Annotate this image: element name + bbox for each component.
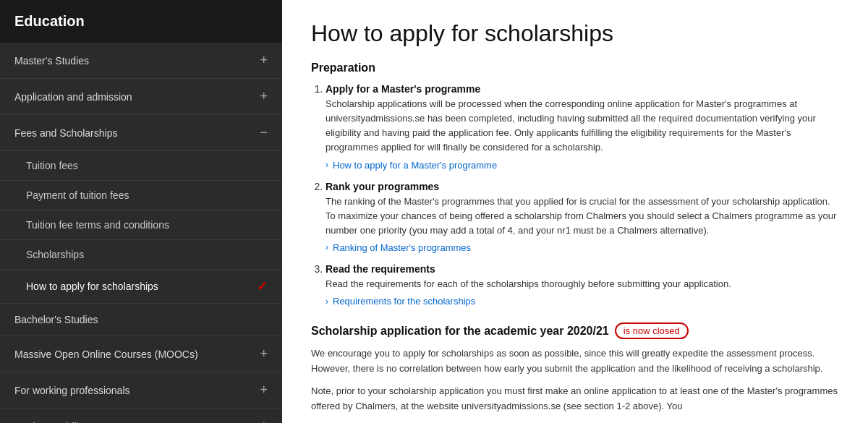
sub-item-label: Scholarships <box>26 249 84 260</box>
body-paragraph-1: We encourage you to apply for scholarshi… <box>311 346 839 377</box>
step-3: Read the requirements Read the requireme… <box>326 263 839 307</box>
step-1-title: Apply for a Master's programme <box>326 83 480 95</box>
sidebar-item-label: Fees and Scholarships <box>14 127 117 139</box>
body-paragraph-2: Note, prior to your scholarship applicat… <box>311 384 839 414</box>
step-1-link[interactable]: › How to apply for a Master's programme <box>326 160 839 171</box>
page-title: How to apply for scholarships <box>311 20 839 47</box>
expand-icon: + <box>260 89 268 104</box>
sidebar-sub-item-payment[interactable]: Payment of tuition fees <box>0 181 282 210</box>
main-content: How to apply for scholarships Preparatio… <box>282 0 868 423</box>
expand-icon: + <box>260 346 268 362</box>
sidebar-sub-item-terms[interactable]: Tuition fee terms and conditions <box>0 210 282 240</box>
sidebar-sub-item-how-to-apply[interactable]: How to apply for scholarships ✓ <box>0 270 282 304</box>
sidebar-title: Education <box>0 0 282 43</box>
sidebar-item-bachelors[interactable]: Bachelor's Studies <box>0 304 282 336</box>
scholarship-heading-text: Scholarship application for the academic… <box>311 325 609 338</box>
step-3-title: Read the requirements <box>326 263 435 275</box>
chevron-icon: › <box>326 296 328 307</box>
expand-icon: + <box>260 53 268 68</box>
step-1: Apply for a Master's programme Scholarsh… <box>326 83 839 171</box>
expand-icon: + <box>260 419 268 423</box>
step-3-link[interactable]: › Requirements for the scholarships <box>326 296 839 307</box>
sidebar-item-fees[interactable]: Fees and Scholarships − <box>0 115 282 151</box>
step-2-title: Rank your programmes <box>326 181 439 192</box>
sidebar-item-application[interactable]: Application and admission + <box>0 79 282 115</box>
sidebar-item-label: Bachelor's Studies <box>14 314 98 325</box>
expand-icon: + <box>260 383 268 398</box>
sidebar-sub-item-scholarships[interactable]: Scholarships <box>0 240 282 270</box>
step-1-link-label: How to apply for a Master's programme <box>333 160 497 171</box>
sub-item-label: How to apply for scholarships <box>26 281 158 292</box>
sidebar-item-label: Massive Open Online Courses (MOOCs) <box>14 349 198 360</box>
sub-item-label: Tuition fee terms and conditions <box>26 219 169 231</box>
checkmark-icon: ✓ <box>257 278 268 294</box>
sidebar-sub-item-tuition[interactable]: Tuition fees <box>0 151 282 181</box>
step-3-link-label: Requirements for the scholarships <box>333 296 475 307</box>
sidebar: Education Master's Studies + Application… <box>0 0 282 423</box>
chevron-icon: › <box>326 160 328 170</box>
closed-badge: is now closed <box>615 322 689 339</box>
sidebar-item-label: Application and admission <box>14 91 132 103</box>
sidebar-item-professionals[interactable]: For working professionals + <box>0 372 282 409</box>
sidebar-item-mobility[interactable]: Student Mobility + <box>0 409 282 423</box>
sidebar-item-label: Student Mobility <box>14 421 87 424</box>
step-3-body: Read the requirements for each of the sc… <box>326 277 839 291</box>
step-2: Rank your programmes The ranking of the … <box>326 181 839 253</box>
sidebar-item-label: For working professionals <box>14 385 130 396</box>
step-2-body: The ranking of the Master's programmes t… <box>326 195 839 238</box>
collapse-icon: − <box>260 125 268 140</box>
step-1-body: Scholarship applications will be process… <box>326 97 839 155</box>
sub-item-label: Payment of tuition fees <box>26 189 129 201</box>
main-body-text: We encourage you to apply for scholarshi… <box>311 346 839 414</box>
preparation-heading: Preparation <box>311 61 839 74</box>
sidebar-item-label: Master's Studies <box>14 55 89 67</box>
step-2-link-label: Ranking of Master's programmes <box>333 242 471 253</box>
sidebar-item-moocs[interactable]: Massive Open Online Courses (MOOCs) + <box>0 336 282 372</box>
steps-list: Apply for a Master's programme Scholarsh… <box>311 83 839 307</box>
sidebar-item-masters[interactable]: Master's Studies + <box>0 43 282 79</box>
scholarship-heading: Scholarship application for the academic… <box>311 322 839 339</box>
step-2-link[interactable]: › Ranking of Master's programmes <box>326 242 839 253</box>
chevron-icon: › <box>326 242 328 252</box>
sub-item-label: Tuition fees <box>26 160 78 171</box>
